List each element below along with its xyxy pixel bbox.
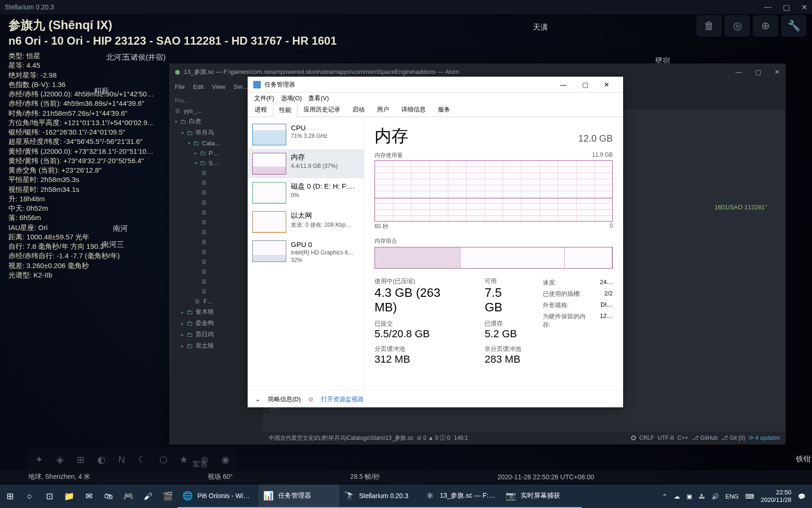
star-ids: n6 Ori - 10 Ori - HIP 23123 - SAO 112281… [8,34,337,48]
code-text: 1601/SAO 112281" [714,204,767,211]
stellarium-statusbar: 地球, Shenzhen, 4 米 视场 60° 28.5 帧/秒 2020-1… [0,470,812,484]
tool-icon[interactable]: ⊚ [195,451,214,468]
performance-sidebar: CPU71% 3.28 GHz内存4.4/11.9 GB (37%)磁盘 0 (… [248,117,364,390]
perf-item-gpu[interactable]: GPU 0Intel(R) HD Graphics 6…32% [248,237,364,267]
maximize-icon[interactable]: ▢ [783,3,790,12]
close-icon[interactable]: ✕ [596,78,617,92]
memory-cached: 5.2 GB [484,328,522,340]
github-icon[interactable]: ⎇ GitHub [692,435,718,441]
wrench-icon[interactable]: 🔧 [781,15,806,37]
crosshair-icon[interactable]: ⊕ [753,15,778,37]
paged-pool: 312 MB [375,353,464,365]
close-icon[interactable]: ✕ [801,3,807,12]
tool-icon[interactable]: ⊞ [70,451,90,468]
tool-icon[interactable]: ⬡ [153,451,173,468]
stellarium-title: Stellarium 0.20.3 [5,3,54,11]
ime-indicator[interactable]: ENG [726,493,739,500]
minimize-icon[interactable]: — [553,78,574,92]
tray-chevron-icon[interactable]: ⌃ [662,493,667,500]
stellarium-titlebar: Stellarium 0.20.3 — ▢ ✕ [0,0,812,14]
memory-used: 4.3 GB (263 MB) [375,286,464,315]
status-dot-icon [631,436,636,440]
tool-icon[interactable]: ✦ [29,451,49,468]
taskbar-task[interactable]: 🔭Stellarium 0.20.3 [339,484,420,508]
updates-link[interactable]: ⟳ 4 updates [749,435,780,441]
language[interactable]: C++ [678,435,688,441]
pinned-app[interactable]: 🛍 [99,484,118,508]
cloud-icon[interactable]: ☁ [674,493,680,500]
brief-info-link[interactable]: 简略信息(D) [268,395,301,404]
tool-icon[interactable]: ★ [174,451,194,468]
perf-item-mem[interactable]: 内存4.4/11.9 GB (37%) [248,149,364,178]
taskbar-task[interactable]: ⚛13_参旗.sc — F:… [420,484,501,508]
minimize-icon[interactable]: — [735,68,742,76]
tab-进程[interactable]: 进程 [249,102,273,117]
trash-icon[interactable]: 🗑 [696,15,722,37]
memory-available: 7.5 GB [484,286,522,315]
system-tray: ⌃ ☁ ▣ 🖧 🔊 ENG ⌨ 22:50 2020/11/28 💬 [656,489,812,503]
pinned-app[interactable]: 🖌 [138,484,158,508]
monitor-icon: ⊘ [308,396,313,403]
memory-composition-bar [375,247,613,269]
maximize-icon[interactable]: ▢ [755,68,761,76]
constellation-label: 积薪 [94,87,109,96]
tab-用户[interactable]: 用户 [371,102,395,117]
perf-item-net[interactable]: 以太网发送: 0 接收: 208 Kbp… [248,207,364,237]
target-icon[interactable]: ◎ [725,15,750,37]
tab-应用历史记录[interactable]: 应用历史记录 [297,102,346,117]
taskmgr-icon [253,81,261,88]
resource-monitor-link[interactable]: 打开资源监视器 [321,395,364,404]
line-ending[interactable]: CRLF [640,435,654,441]
encoding[interactable]: UTF-8 [658,435,674,441]
network-icon[interactable]: 🖧 [699,493,705,500]
volume-icon[interactable]: 🔊 [711,493,719,500]
tool-icon[interactable]: ◈ [50,451,70,468]
pinned-app[interactable]: ✉ [79,484,99,508]
usage-max: 11.9 GB [592,151,613,159]
tool-icon[interactable]: ◉ [215,451,235,468]
tool-icon[interactable]: N [112,451,132,468]
perf-item-cpu[interactable]: CPU71% 3.28 GHz [248,120,364,149]
taskbar-task[interactable]: 📷实时屏幕捕获 [501,484,582,508]
constellation-label: 南河三 [102,240,124,250]
menu-item[interactable]: File [175,83,185,90]
perf-item-disk[interactable]: 磁盘 0 (D: E: H: F:…0% [248,178,364,207]
search-button[interactable]: ○ [20,484,39,508]
memory-usage-chart [375,160,613,222]
constellation-label: 南河 [113,224,128,234]
cursor-pos: 148:1 [454,435,468,441]
constellation-label: 铁钳 [796,454,811,464]
pinned-app[interactable]: 🎮 [118,484,138,508]
menu-item[interactable]: View [212,83,225,90]
tab-详细信息[interactable]: 详细信息 [395,102,432,117]
tab-性能[interactable]: 性能 [273,103,297,117]
constellation-label: 天潢 [533,23,548,32]
battery-icon[interactable]: ▣ [687,493,692,500]
datetime: 2020-11-28 22:50:26 UTC+08:00 [497,473,594,481]
chevron-down-icon[interactable]: ⌄ [255,396,260,403]
maximize-icon[interactable]: ▢ [574,78,596,92]
windows-taskbar: ⊞ ○ ⊡ 📁✉🛍🎮🖌🎬🌐Pi6 Orionis - Wi…📊任务管理器🔭Ste… [0,484,812,508]
notifications-icon[interactable]: 💬 [798,493,805,500]
memory-detail-pane: 内存 12.0 GB 内存使用量 11.9 GB 60 秒 0 内存组合 使用中… [364,117,623,390]
close-icon[interactable]: ✕ [774,68,780,76]
tool-icon[interactable]: ◐ [91,451,111,468]
taskbar-task[interactable]: 📊任务管理器 [258,484,339,508]
taskbar-task[interactable]: 🌐Pi6 Orionis - Wi… [178,484,258,508]
minimize-icon[interactable]: — [764,3,772,12]
start-button[interactable]: ⊞ [0,484,20,508]
git-status[interactable]: ⎇ Git (0) [721,435,745,441]
menu-item[interactable]: Sel… [234,83,249,90]
tab-启动[interactable]: 启动 [346,102,371,117]
fov: 视场 60° [208,473,233,481]
atom-title: 13_参旗.sc — F:\games\com.steampowered.sto… [184,68,459,76]
atom-statusbar: 中国古代星空文化\白虎\毕月乌\Catalogs\Stars\13_参旗.sc … [263,431,786,444]
task-view-button[interactable]: ⊡ [39,484,59,508]
pinned-app[interactable]: 📁 [59,484,79,508]
pinned-app[interactable]: 🎬 [158,484,178,508]
taskbar-clock[interactable]: 22:50 2020/11/28 [761,489,791,503]
tab-服务[interactable]: 服务 [432,102,456,117]
menu-item[interactable]: Edit [193,83,203,90]
tool-icon[interactable]: ☾ [133,451,152,468]
atom-icon: ⬢ [175,69,180,76]
